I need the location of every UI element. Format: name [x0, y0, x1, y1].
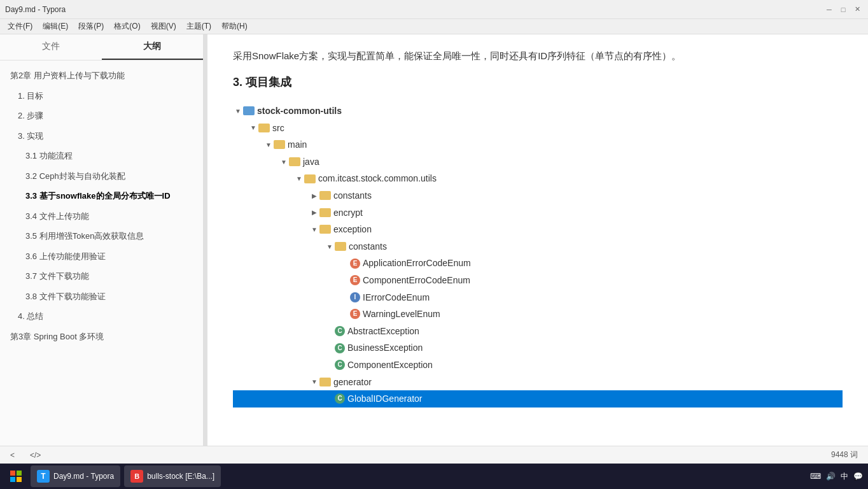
app-body: 文件 大纲 第2章 用户资料上传与下载功能 1. 目标 2. 步骤 3. 实现 … — [0, 34, 868, 446]
tree-node-encrypt[interactable]: ▶ encrypt — [233, 204, 843, 222]
taskbar-item-typora[interactable]: T Day9.md - Typora — [31, 465, 120, 487]
outline-item-3-2[interactable]: 3.2 Ceph封装与自动化装配 — [0, 166, 203, 187]
tree-arrow-generator[interactable]: ▼ — [309, 376, 319, 388]
taskbar-right: ⌨ 🔊 中 💬 — [810, 471, 863, 482]
window-title: Day9.md - Typora — [5, 5, 66, 14]
menu-theme[interactable]: 主题(T) — [181, 20, 216, 33]
file-icon-warning: E — [350, 309, 360, 319]
outline-item-3-6[interactable]: 3.6 上传功能使用验证 — [0, 246, 203, 267]
tree-label-encrypt: encrypt — [333, 204, 363, 222]
tree-arrow-src[interactable]: ▼ — [248, 122, 258, 134]
tab-files[interactable]: 文件 — [0, 34, 102, 60]
folder-icon-constants-top — [319, 191, 331, 200]
file-tree: ▼ stock-common-utils ▼ src ▼ main — [233, 103, 843, 408]
tree-node-warning[interactable]: E WarningLevelEnum — [233, 306, 843, 323]
tree-node-business-exc[interactable]: C BusinessException — [233, 339, 843, 357]
sidebar-tabs: 文件 大纲 — [0, 34, 203, 60]
tree-node-main[interactable]: ▼ main — [233, 136, 843, 153]
tree-label-root: stock-common-utils — [257, 103, 342, 120]
outline-item-1[interactable]: 1. 目标 — [0, 86, 203, 106]
status-code-btn[interactable]: </> — [27, 450, 43, 461]
outline-item-chapter3[interactable]: 第3章 Spring Boot 多环境 — [0, 327, 203, 347]
outline-item-3-7[interactable]: 3.7 文件下载功能 — [0, 266, 203, 287]
tree-label-ierror: IErrorCodeEnum — [363, 289, 430, 306]
outline-item-3-4[interactable]: 3.4 文件上传功能 — [0, 206, 203, 227]
tree-label-src: src — [272, 120, 284, 137]
tree-label-main: main — [288, 136, 307, 153]
status-word-count: 9448 词 — [829, 448, 860, 462]
tree-node-java[interactable]: ▼ java — [233, 153, 843, 171]
title-bar: Day9.md - Typora ─ □ ✕ — [0, 0, 868, 19]
folder-icon-encrypt — [319, 208, 331, 217]
tree-arrow-main[interactable]: ▼ — [263, 139, 274, 151]
taskbar-notification-icon[interactable]: 💬 — [853, 472, 863, 481]
tree-arrow-package[interactable]: ▼ — [294, 173, 304, 185]
outline-item-3-3[interactable]: 3.3 基于snowflake的全局分布式唯一ID — [0, 186, 203, 206]
status-bar: < </> 9448 词 — [0, 446, 868, 464]
tree-node-comp-erro[interactable]: E ComponentErroCodeEnum — [233, 272, 843, 289]
outline-item-3-5[interactable]: 3.5 利用增强Token高效获取信息 — [0, 226, 203, 246]
tab-outline[interactable]: 大纲 — [102, 34, 204, 60]
tree-label-abstract-exc: AbstractException — [347, 323, 419, 340]
svg-rect-2 — [10, 477, 15, 482]
menu-paragraph[interactable]: 段落(P) — [73, 20, 109, 33]
tree-label-globalid: GlobalIDGenerator — [347, 390, 423, 408]
folder-icon-java — [289, 157, 300, 166]
tree-label-comp-erro: ComponentErroCodeEnum — [363, 272, 470, 289]
tree-arrow-java[interactable]: ▼ — [279, 156, 289, 168]
tree-node-package[interactable]: ▼ com.itcast.stock.common.utils — [233, 170, 843, 187]
file-icon-app-error: E — [350, 259, 360, 269]
outline-item-4[interactable]: 4. 总结 — [0, 306, 203, 327]
tree-node-root[interactable]: ▼ stock-common-utils — [233, 103, 843, 120]
status-prev-btn[interactable]: < — [8, 450, 17, 461]
maximize-button[interactable]: □ — [837, 4, 849, 15]
tree-node-generator[interactable]: ▼ generator — [233, 374, 843, 391]
close-button[interactable]: ✕ — [851, 4, 863, 15]
minimize-button[interactable]: ─ — [823, 4, 835, 15]
tree-label-exception: exception — [333, 221, 372, 238]
menu-file[interactable]: 文件(F) — [3, 20, 38, 33]
menu-help[interactable]: 帮助(H) — [216, 20, 253, 33]
tree-node-constants-inner[interactable]: ▼ constants — [233, 238, 843, 255]
status-left: < </> — [8, 450, 43, 461]
tree-arrow-constants-inner[interactable]: ▼ — [325, 241, 335, 253]
file-icon-comp-erro: E — [350, 275, 360, 285]
tree-node-abstract-exc[interactable]: C AbstractException — [233, 323, 843, 340]
tree-node-exception[interactable]: ▼ exception — [233, 221, 843, 238]
tree-arrow-root[interactable]: ▼ — [233, 105, 243, 117]
folder-icon-package — [304, 174, 316, 183]
outline-item-2[interactable]: 2. 步骤 — [0, 106, 203, 126]
tree-label-warning: WarningLevelEnum — [363, 306, 440, 323]
menu-view[interactable]: 视图(V) — [146, 20, 181, 33]
outline-item-3-1[interactable]: 3.1 功能流程 — [0, 146, 203, 166]
folder-icon-exception — [319, 225, 331, 234]
tree-node-app-error[interactable]: E ApplicationErrorCodeEnum — [233, 255, 843, 272]
outline-item-3-8[interactable]: 3.8 文件下载功能验证 — [0, 287, 203, 307]
outline-item-3[interactable]: 3. 实现 — [0, 126, 203, 146]
taskbar-input-method[interactable]: 中 — [841, 471, 848, 482]
folder-icon-generator — [319, 378, 331, 386]
file-icon-ierror: I — [350, 292, 360, 302]
sidebar: 文件 大纲 第2章 用户资料上传与下载功能 1. 目标 2. 步骤 3. 实现 … — [0, 34, 204, 446]
tree-node-comp-exc[interactable]: C ComponentException — [233, 357, 843, 374]
tree-arrow-exception[interactable]: ▼ — [309, 223, 319, 236]
file-icon-business-exc: C — [335, 343, 345, 353]
tree-node-src[interactable]: ▼ src — [233, 120, 843, 137]
window-controls: ─ □ ✕ — [823, 4, 863, 15]
tree-arrow-encrypt[interactable]: ▶ — [309, 206, 319, 218]
tree-node-constants-top[interactable]: ▶ constants — [233, 187, 843, 204]
tree-node-ierror[interactable]: I IErrorCodeEnum — [233, 289, 843, 306]
start-button[interactable] — [5, 465, 27, 487]
tree-node-globalid[interactable]: C GlobalIDGenerator — [233, 390, 843, 408]
file-icon-abstract-exc: C — [335, 326, 345, 336]
tree-arrow-constants-top[interactable]: ▶ — [309, 190, 319, 202]
file-icon-comp-exc: C — [335, 360, 345, 370]
typora-icon: T — [37, 470, 50, 483]
menu-format[interactable]: 格式(O) — [109, 20, 145, 33]
taskbar-item-ide[interactable]: B bulls-stock [E:\Ba...] — [124, 465, 221, 487]
outline-item-chapter2[interactable]: 第2章 用户资料上传与下载功能 — [0, 66, 203, 86]
tree-label-constants-inner: constants — [349, 238, 387, 255]
taskbar-typora-label: Day9.md - Typora — [53, 472, 114, 481]
folder-icon-main — [274, 140, 285, 149]
menu-edit[interactable]: 编辑(E) — [38, 20, 73, 33]
